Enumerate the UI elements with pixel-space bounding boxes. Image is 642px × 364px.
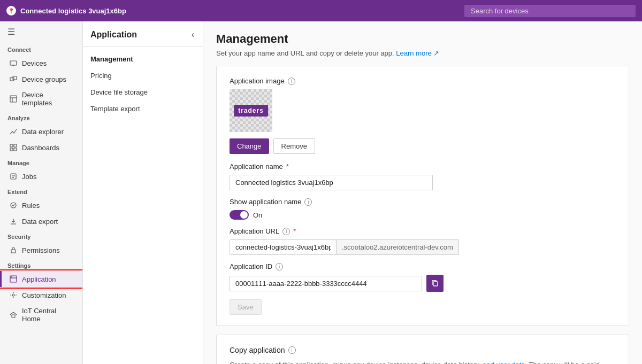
svg-rect-0 — [10, 61, 17, 65]
sidebar-item-devices[interactable]: Devices — [0, 55, 82, 71]
sidebar-item-rules[interactable]: Rules — [0, 197, 82, 213]
svg-rect-22 — [12, 315, 15, 317]
section-extend: Extend — [0, 184, 82, 197]
sidebar-permissions-label: Permissions — [22, 246, 60, 254]
sidebar-data-explorer-label: Data explorer — [22, 128, 64, 136]
sidebar-customization-label: Customization — [22, 291, 66, 299]
pricing-nav-label: Pricing — [90, 72, 112, 80]
sidebar-item-permissions[interactable]: Permissions — [0, 242, 82, 258]
show-app-name-label: Show application name i — [230, 198, 616, 206]
app-image-label: Application image i — [230, 77, 616, 85]
sidebar-item-device-templates[interactable]: Device templates — [0, 87, 82, 111]
app-logo-preview: traders — [234, 105, 268, 117]
sidebar-item-data-export[interactable]: Data export — [0, 213, 82, 229]
section-settings: Settings — [0, 258, 82, 271]
subtitle-text: Set your app name and URL and copy or de… — [216, 49, 394, 57]
app-image-container: traders — [230, 89, 272, 132]
search-input[interactable] — [464, 5, 636, 17]
copy-app-info-icon[interactable]: i — [288, 346, 296, 354]
sidebar-device-groups-label: Device groups — [22, 75, 66, 83]
management-card: Application image i traders Change Remov… — [216, 66, 629, 326]
sidebar-item-iot-central-home[interactable]: IoT Central Home — [0, 303, 82, 327]
sidebar-application-label: Application — [22, 275, 56, 283]
toggle-row: On — [230, 210, 616, 220]
second-panel-close-button[interactable]: ‹ — [190, 29, 195, 41]
svg-rect-18 — [10, 276, 17, 282]
section-connect: Connect — [0, 42, 82, 55]
app-image-group: Application image i traders Change Remov… — [230, 77, 616, 154]
application-icon — [9, 275, 18, 283]
svg-rect-17 — [11, 250, 16, 253]
device-icon — [9, 59, 18, 67]
device-group-icon — [9, 75, 18, 83]
template-icon — [9, 95, 18, 103]
export-icon — [9, 217, 18, 226]
second-panel-nav: Management Pricing Device file storage T… — [83, 47, 203, 121]
app-name: Connected logistics 3vuaj1x6bp — [20, 7, 126, 15]
page-subtitle: Set your app name and URL and copy or de… — [216, 49, 629, 57]
app-name-group: Application name — [230, 162, 616, 190]
second-panel-item-template-export[interactable]: Template export — [83, 100, 203, 117]
app-url-suffix: .scootaloo2.azureiotcentral-dev.com — [337, 239, 459, 255]
remove-image-button[interactable]: Remove — [273, 138, 315, 154]
svg-rect-4 — [13, 76, 17, 80]
app-url-label: Application URL i — [230, 227, 616, 235]
sidebar-rules-label: Rules — [22, 202, 40, 210]
app-name-label: Application name — [230, 162, 616, 171]
show-app-name-toggle[interactable] — [230, 210, 249, 220]
app-url-input[interactable] — [230, 239, 337, 255]
app-image-info-icon[interactable]: i — [288, 78, 295, 85]
app-id-label: Application ID i — [230, 262, 616, 270]
hamburger-button[interactable]: ☰ — [0, 21, 82, 42]
customization-icon — [9, 291, 18, 299]
template-export-nav-label: Template export — [90, 105, 140, 113]
svg-rect-8 — [10, 144, 13, 147]
toggle-on-label: On — [253, 211, 262, 219]
app-url-info-icon[interactable]: i — [282, 228, 290, 235]
copy-app-title: Copy application i — [230, 346, 616, 354]
second-panel-item-device-file-storage[interactable]: Device file storage — [83, 84, 203, 100]
section-security: Security — [0, 229, 82, 242]
sidebar-item-dashboards[interactable]: Dashboards — [0, 140, 82, 156]
svg-rect-3 — [10, 78, 14, 81]
second-panel: Application ‹ Management Pricing Device … — [83, 21, 203, 364]
copy-desc-link: and user data. — [483, 361, 527, 364]
rules-icon — [9, 201, 18, 210]
sidebar-device-templates-label: Device templates — [22, 91, 75, 107]
app-id-group: Application ID i — [230, 262, 616, 292]
change-image-button[interactable]: Change — [230, 138, 269, 154]
app-logo: 📍 Connected logistics 3vuaj1x6bp — [6, 6, 126, 16]
sidebar: ☰ Connect Devices Device groups Device t… — [0, 21, 83, 364]
second-panel-item-pricing[interactable]: Pricing — [83, 67, 203, 84]
svg-point-21 — [12, 294, 14, 296]
home-icon — [9, 311, 18, 319]
sidebar-item-data-explorer[interactable]: Data explorer — [0, 123, 82, 140]
svg-rect-12 — [11, 174, 16, 179]
main-content: Management Set your app name and URL and… — [203, 21, 642, 364]
app-name-input[interactable] — [230, 175, 433, 190]
app-id-input[interactable] — [230, 276, 422, 291]
sidebar-jobs-label: Jobs — [22, 173, 36, 181]
sidebar-iot-home-label: IoT Central Home — [22, 307, 75, 323]
sidebar-item-customization[interactable]: Customization — [0, 287, 82, 303]
device-file-storage-nav-label: Device file storage — [90, 88, 148, 96]
svg-rect-9 — [14, 144, 17, 147]
logo-icon: 📍 — [6, 6, 16, 16]
sidebar-item-application[interactable]: Application — [0, 271, 82, 287]
sidebar-item-device-groups[interactable]: Device groups — [0, 71, 82, 87]
section-manage: Manage — [0, 156, 82, 168]
main-layout: ☰ Connect Devices Device groups Device t… — [0, 21, 642, 364]
copy-id-button[interactable] — [426, 275, 444, 292]
app-id-info-icon[interactable]: i — [276, 263, 283, 270]
sidebar-data-export-label: Data export — [22, 218, 58, 226]
id-input-row — [230, 275, 616, 292]
show-app-name-info-icon[interactable]: i — [304, 198, 312, 206]
permissions-icon — [9, 246, 18, 254]
sidebar-item-jobs[interactable]: Jobs — [0, 168, 82, 184]
save-button[interactable]: Save — [230, 299, 262, 315]
learn-more-link[interactable]: Learn more ↗ — [396, 49, 439, 57]
second-panel-item-management[interactable]: Management — [83, 51, 203, 67]
second-panel-title: Application — [90, 30, 137, 40]
chart-icon — [9, 127, 18, 136]
image-buttons: Change Remove — [230, 138, 616, 154]
